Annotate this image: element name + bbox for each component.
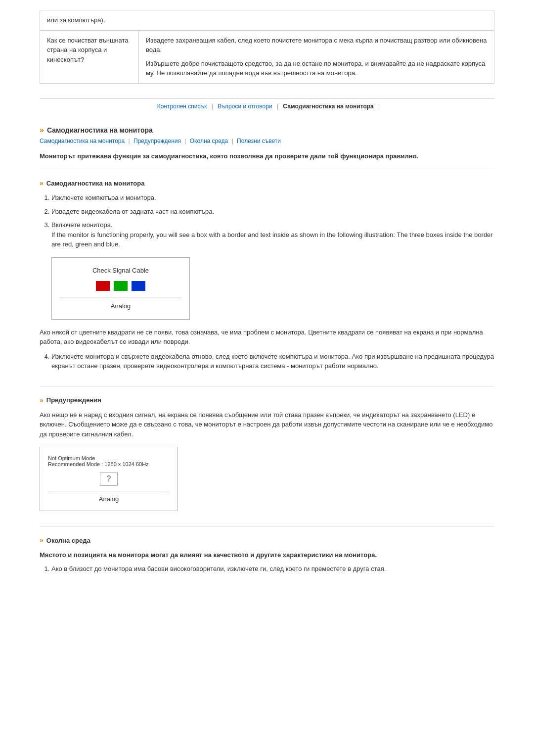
page-title-header: » Самодиагностика на монитора — [40, 126, 494, 135]
section-warnings-arrow-icon: » — [40, 396, 44, 404]
monitor-illustration-1: Check Signal Cable Analog — [51, 257, 190, 320]
nav-item-faq[interactable]: Въпроси и отговори — [218, 103, 272, 110]
divider-2 — [40, 526, 494, 526]
sub-nav-warnings[interactable]: Предупреждения — [134, 138, 181, 144]
sub-nav-tips[interactable]: Полезни съвети — [237, 138, 281, 144]
monitor-analog-label-1: Analog — [60, 297, 181, 311]
environment-bold-heading: Мястото и позицията на монитора могат да… — [40, 550, 494, 560]
color-squares — [60, 281, 181, 291]
green-square — [114, 281, 128, 291]
title-arrow-icon: » — [40, 126, 44, 135]
step-2: Извадете видеокабела от задната част на … — [51, 207, 494, 217]
top-table-answer2: Избършете добре почистващото средство, з… — [146, 59, 487, 78]
section-environment-header: » Околна среда — [40, 536, 494, 544]
blue-square — [132, 281, 145, 291]
section-environment-arrow-icon: » — [40, 536, 44, 544]
top-table-question: Как се почистват външната страна на корп… — [40, 30, 139, 83]
section-environment: » Околна среда Мястото и позицията на мо… — [40, 536, 494, 573]
top-table-answers: Извадете захранващия кабел, след което п… — [139, 30, 494, 83]
top-table-answer1: Извадете захранващия кабел, след което п… — [146, 36, 487, 55]
section-selftest-header: » Самодиагностика на монитора — [40, 179, 494, 187]
section-warnings: » Предупреждения Ако нещо не е наред с в… — [40, 396, 494, 512]
divider-1 — [40, 386, 494, 386]
steps-list-2: Изключете монитора и свържете видеокабел… — [51, 352, 494, 371]
nav-item-checklist[interactable]: Контролен списък — [157, 103, 207, 110]
monitor-analog-label-2: Analog — [48, 491, 170, 503]
step-3: Включете монитора.If the monitor is func… — [51, 220, 494, 320]
section-arrow-icon: » — [40, 179, 44, 187]
nav-item-selftest: Самодиагностика на монитора — [283, 103, 373, 110]
environment-steps: Ако в близост до монитора има басови вис… — [51, 564, 494, 574]
monitor-illustration-2: Not Optimum Mode Recommended Mode : 1280… — [40, 447, 178, 511]
section-environment-title: Околна среда — [46, 537, 90, 544]
section-selftest-title: Самодиагностика на монитора — [46, 180, 145, 187]
page-title: Самодиагностика на монитора — [47, 126, 153, 134]
sub-nav-selftest[interactable]: Самодиагностика на монитора — [40, 138, 125, 144]
sub-nav: Самодиагностика на монитора | Предупрежд… — [40, 138, 494, 144]
top-table-prefix: или за компютъра). — [40, 10, 494, 31]
section-selftest: » Самодиагностика на монитора Изключете … — [40, 179, 494, 371]
question-box: ? — [100, 472, 118, 486]
warnings-para: Ако нещо не е наред с входния сигнал, на… — [40, 410, 494, 439]
nav-bar: Контролен списък | Въпроси и отговори | … — [40, 98, 494, 114]
steps-list: Изключете компютъра и монитора. Извадете… — [51, 193, 494, 320]
red-square — [96, 281, 110, 291]
intro-text: Мониторът притежава функция за самодиагн… — [40, 151, 494, 170]
section-warnings-header: » Предупреждения — [40, 396, 494, 404]
section-warnings-title: Предупреждения — [46, 396, 101, 404]
sub-nav-environment[interactable]: Околна среда — [190, 138, 228, 144]
not-opt-text: Not Optimum Mode Recommended Mode : 1280… — [48, 455, 170, 467]
env-step-1: Ако в близост до монитора има басови вис… — [51, 564, 494, 574]
top-table: или за компютъра). Как се почистват външ… — [40, 10, 494, 84]
step-1: Изключете компютъра и монитора. — [51, 193, 494, 203]
note-text: Ако някой от цветните квадрати не се поя… — [40, 328, 494, 347]
monitor-check-signal: Check Signal Cable — [60, 266, 181, 276]
step-4: Изключете монитора и свържете видеокабел… — [51, 352, 494, 371]
